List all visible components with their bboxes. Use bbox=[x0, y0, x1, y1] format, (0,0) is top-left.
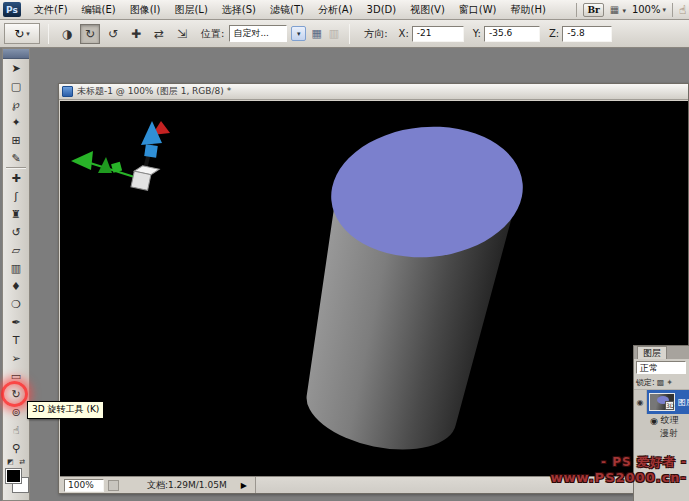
layer-name[interactable]: 图层 1 bbox=[678, 397, 689, 408]
document-icon bbox=[62, 86, 73, 97]
texture-item-label: 漫射 bbox=[660, 427, 678, 440]
layer-row[interactable]: ◉ 3D 图层 1 bbox=[634, 390, 689, 414]
texture-group-row[interactable]: ◉ 纹理 bbox=[634, 414, 689, 427]
3d-axis-widget[interactable] bbox=[71, 121, 170, 192]
menu-item-view[interactable]: 视图(V) bbox=[403, 0, 452, 19]
visibility-eye-icon[interactable]: ◉ bbox=[650, 416, 658, 426]
menu-item-help[interactable]: 帮助(H) bbox=[504, 0, 553, 19]
mode-rotate-button[interactable]: ↻ bbox=[80, 24, 100, 44]
layer-thumbnail[interactable]: 3D bbox=[649, 393, 675, 411]
app-zoom-control[interactable]: 100% ▾ bbox=[632, 4, 666, 15]
foreground-color-swatch[interactable] bbox=[6, 469, 21, 483]
menu-item-window[interactable]: 窗口(W) bbox=[452, 0, 504, 19]
tool-hand[interactable]: ☝ bbox=[3, 421, 29, 439]
z-orientation-field[interactable]: -5.8 bbox=[562, 26, 612, 42]
tool-gradient[interactable]: ▥ bbox=[3, 259, 29, 277]
menu-item-image[interactable]: 图像(I) bbox=[123, 0, 168, 19]
orbit-sphere-icon: ◑ bbox=[62, 27, 72, 41]
workspace-grid-icon: ▦ bbox=[610, 4, 619, 15]
tool-quick-selection[interactable]: ✦ bbox=[3, 113, 29, 131]
tools-panel-header[interactable] bbox=[3, 49, 29, 59]
bridge-button[interactable]: Br bbox=[583, 3, 603, 17]
menu-item-edit[interactable]: 编辑(E) bbox=[75, 0, 123, 19]
blur-icon: ♦ bbox=[11, 280, 21, 293]
menu-item-layer[interactable]: 图层(L) bbox=[167, 0, 214, 19]
tool-type[interactable]: T bbox=[3, 331, 29, 349]
view-extras-button[interactable]: ▦ ▾ bbox=[610, 4, 626, 15]
lasso-icon: ℘ bbox=[12, 98, 20, 111]
eraser-icon: ▱ bbox=[12, 244, 20, 257]
tool-marquee[interactable]: ▢ bbox=[3, 77, 29, 95]
tool-eraser[interactable]: ▱ bbox=[3, 241, 29, 259]
type-icon: T bbox=[13, 334, 20, 347]
orientation-label: 方向: bbox=[364, 27, 387, 41]
menu-separator bbox=[576, 3, 577, 17]
cylinder-3d-object[interactable] bbox=[287, 119, 529, 465]
tool-lasso[interactable]: ℘ bbox=[3, 95, 29, 113]
color-swatches bbox=[3, 467, 29, 497]
dodge-icon: ❍ bbox=[11, 298, 21, 311]
pen-icon: ✒ bbox=[11, 316, 20, 329]
tool-spot-healing[interactable]: ✚ bbox=[3, 169, 29, 187]
tab-layers[interactable]: 图层 bbox=[637, 346, 667, 359]
healing-icon: ✚ bbox=[11, 172, 20, 185]
mode-scale-button[interactable]: ⇲ bbox=[172, 24, 192, 44]
status-menu-arrow-icon[interactable]: ▶ bbox=[241, 481, 247, 490]
visibility-eye-icon[interactable]: ◉ bbox=[634, 390, 647, 414]
mode-roll-button[interactable]: ↺ bbox=[103, 24, 123, 44]
chevron-down-icon: ▾ bbox=[26, 30, 30, 38]
tool-crop[interactable]: ⊞ bbox=[3, 131, 29, 149]
tool-path-selection[interactable]: ➢ bbox=[3, 349, 29, 367]
path-selection-icon: ➢ bbox=[11, 352, 20, 365]
tool-clone-stamp[interactable]: ♜ bbox=[3, 205, 29, 223]
hand-tool-icon[interactable]: ☝ bbox=[679, 3, 689, 17]
tool-blur[interactable]: ♦ bbox=[3, 277, 29, 295]
menu-item-filter[interactable]: 滤镜(T) bbox=[263, 0, 311, 19]
canvas[interactable] bbox=[60, 101, 688, 476]
move-icon: ➤ bbox=[11, 62, 20, 75]
texture-group-label: 纹理 bbox=[661, 414, 679, 427]
tool-zoom[interactable]: ⚲ bbox=[3, 439, 29, 457]
return-home-button[interactable]: ◑ bbox=[57, 24, 77, 44]
menu-item-analysis[interactable]: 分析(A) bbox=[311, 0, 360, 19]
x-orientation-field[interactable]: -21 bbox=[412, 26, 464, 42]
watermark-line1: - PS 爱好者 - bbox=[550, 455, 687, 470]
lock-transparent-icon[interactable]: ▩ bbox=[657, 378, 665, 387]
menu-item-file[interactable]: 文件(F) bbox=[27, 0, 75, 19]
tool-pen[interactable]: ✒ bbox=[3, 313, 29, 331]
tool-dodge[interactable]: ❍ bbox=[3, 295, 29, 313]
tool-history-brush[interactable]: ↺ bbox=[3, 223, 29, 241]
mode-slide-button[interactable]: ⇄ bbox=[149, 24, 169, 44]
y-orientation-field[interactable]: -35.6 bbox=[484, 26, 540, 42]
chevron-down-icon[interactable]: ▾ bbox=[291, 26, 306, 41]
mode-pan-button[interactable]: ✚ bbox=[126, 24, 146, 44]
default-colors-icon[interactable]: ◩ bbox=[7, 458, 14, 466]
red-highlight-circle bbox=[1, 381, 28, 407]
menu-item-select[interactable]: 选择(S) bbox=[215, 0, 263, 19]
photoshop-logo: Ps bbox=[3, 2, 21, 17]
y-axis-cube[interactable] bbox=[144, 144, 158, 158]
tool-tooltip: 3D 旋转工具 (K) bbox=[27, 401, 104, 419]
blend-mode-select[interactable]: 正常 bbox=[636, 361, 686, 374]
center-cube[interactable] bbox=[131, 164, 159, 191]
texture-item-row[interactable]: 漫射 bbox=[634, 427, 689, 440]
layers-panel-tabbar: 图层 bbox=[634, 346, 689, 359]
x-axis-arrow[interactable] bbox=[71, 151, 93, 170]
menu-item-3d[interactable]: 3D(D) bbox=[360, 0, 404, 19]
lock-pixels-icon[interactable]: ✦ bbox=[666, 378, 673, 387]
status-zoom-field[interactable]: 100% bbox=[64, 479, 104, 492]
position-label: 位置: bbox=[201, 27, 224, 41]
document-title-bar[interactable]: 未标题-1 @ 100% (图层 1, RGB/8) * bbox=[59, 84, 688, 100]
options-separator bbox=[48, 24, 49, 44]
swap-colors-icon[interactable]: ⇄ bbox=[19, 458, 25, 466]
tool-eyedropper[interactable]: ✎ bbox=[3, 149, 29, 167]
watermark-line2: www.PS2000.cn- bbox=[550, 470, 687, 486]
gradient-icon: ▥ bbox=[11, 262, 21, 275]
save-view-icon[interactable]: ▦ bbox=[311, 27, 321, 40]
position-select[interactable]: 自定对... bbox=[229, 25, 287, 42]
document-size-info: 文档:1.29M/1.05M bbox=[147, 479, 227, 492]
tool-move[interactable]: ➤ bbox=[3, 59, 29, 77]
delete-view-icon: ▥ bbox=[329, 27, 339, 40]
tool-preset-picker[interactable]: ↻ ▾ bbox=[4, 23, 40, 44]
tool-brush[interactable]: ʃ bbox=[3, 187, 29, 205]
